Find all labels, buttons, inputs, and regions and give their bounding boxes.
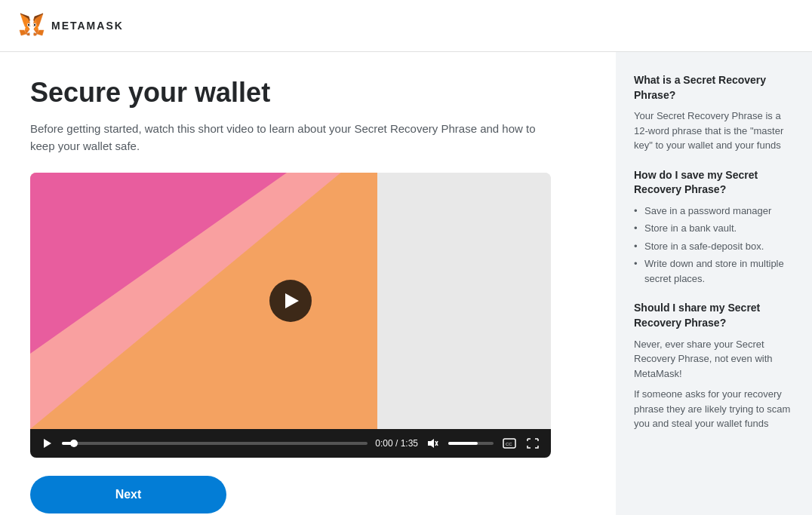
captions-button[interactable]: CC — [501, 437, 518, 450]
fullscreen-button[interactable] — [525, 437, 540, 450]
progress-dot — [70, 440, 78, 447]
progress-fill — [62, 442, 74, 445]
svg-marker-35 — [428, 439, 434, 448]
faq-answer-3b: If someone asks for your recovery phrase… — [634, 387, 794, 431]
video-container: 0:00 / 1:35 C — [30, 173, 551, 458]
play-pause-icon — [42, 438, 53, 449]
faq-answer-1: Your Secret Recovery Phrase is a 12-word… — [634, 109, 794, 153]
fullscreen-icon — [527, 438, 539, 449]
faq-question-3: Should I share my Secret Recovery Phrase… — [634, 301, 794, 330]
faq-question-2: How do I save my Secret Recovery Phrase? — [634, 168, 794, 198]
video-display — [30, 173, 551, 429]
play-icon — [285, 293, 299, 308]
logo-text: METAMASK — [51, 20, 124, 32]
faq-section-2: How do I save my Secret Recovery Phrase?… — [634, 168, 794, 287]
main-content: Secure your wallet Before getting starte… — [0, 52, 812, 515]
volume-icon — [427, 438, 439, 449]
page-subtitle: Before getting started, watch this short… — [30, 121, 558, 155]
total-time: 1:35 — [401, 438, 418, 449]
faq-list-2: Save in a password manager Store in a ba… — [634, 204, 794, 287]
next-button[interactable]: Next — [30, 476, 226, 513]
faq-list-item: Store in a safe-deposit box. — [634, 239, 794, 254]
faq-list-item: Save in a password manager — [634, 204, 794, 219]
faq-list-item: Store in a bank vault. — [634, 221, 794, 236]
page-title: Secure your wallet — [30, 76, 586, 109]
time-separator: / — [395, 438, 401, 449]
faq-answer-3a: Never, ever share your Secret Recovery P… — [634, 337, 794, 382]
logo-container: METAMASK — [18, 12, 124, 39]
video-controls: 0:00 / 1:35 C — [30, 429, 551, 458]
svg-point-33 — [34, 24, 35, 26]
metamask-logo-icon — [18, 12, 45, 39]
play-pause-button[interactable] — [41, 437, 54, 450]
left-panel: Secure your wallet Before getting starte… — [0, 52, 616, 515]
progress-bar[interactable] — [62, 442, 368, 445]
right-panel: What is a Secret Recovery Phrase? Your S… — [616, 52, 812, 515]
volume-bar[interactable] — [448, 442, 494, 445]
play-button[interactable] — [269, 280, 312, 322]
svg-text:CC: CC — [506, 442, 512, 446]
svg-point-32 — [28, 24, 29, 26]
faq-list-item: Write down and store in multiple secret … — [634, 256, 794, 286]
header: METAMASK — [0, 0, 812, 52]
svg-marker-34 — [44, 439, 51, 448]
time-display: 0:00 / 1:35 — [375, 438, 418, 449]
volume-fill — [448, 442, 478, 445]
current-time: 0:00 — [375, 438, 392, 449]
faq-section-1: What is a Secret Recovery Phrase? Your S… — [634, 73, 794, 153]
faq-question-1: What is a Secret Recovery Phrase? — [634, 73, 794, 103]
mute-button[interactable] — [426, 437, 441, 450]
captions-icon: CC — [503, 438, 516, 449]
faq-section-3: Should I share my Secret Recovery Phrase… — [634, 301, 794, 431]
thumbnail-triangle-magenta — [30, 173, 287, 354]
